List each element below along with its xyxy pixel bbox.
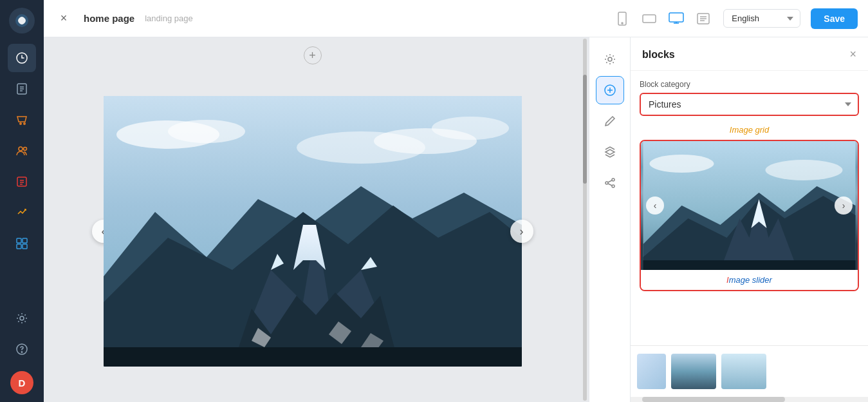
- list-device-icon[interactable]: [694, 9, 713, 28]
- sidebar: D: [0, 0, 44, 402]
- block-card-nav-right[interactable]: ›: [835, 196, 853, 215]
- blocks-header: blocks ×: [631, 37, 868, 71]
- canvas-scrollbar[interactable]: [581, 37, 589, 402]
- svg-point-48: [608, 57, 612, 61]
- language-select[interactable]: English French German Spanish: [723, 9, 800, 28]
- block-card-image: ‹ ›: [641, 141, 858, 270]
- user-avatar[interactable]: D: [10, 371, 33, 394]
- svg-point-18: [20, 316, 24, 320]
- tools-panel: [589, 37, 630, 402]
- svg-point-52: [612, 178, 614, 181]
- svg-rect-64: [643, 260, 856, 270]
- svg-rect-15: [23, 238, 27, 243]
- blocks-body: Block category Pictures Hero Gallery Vid…: [631, 71, 868, 345]
- blocks-horizontal-scrollbar[interactable]: [631, 397, 868, 402]
- svg-point-20: [21, 352, 22, 352]
- settings-tool-icon[interactable]: [596, 45, 624, 73]
- sidebar-item-dashboard[interactable]: [8, 44, 36, 72]
- layers-tool-icon[interactable]: [596, 138, 624, 166]
- canvas-image-wrapper: ‹: [104, 96, 522, 367]
- svg-point-58: [650, 155, 714, 173]
- sidebar-item-design[interactable]: [8, 229, 36, 258]
- page-subtitle: landing page: [145, 14, 192, 23]
- svg-rect-23: [643, 15, 656, 23]
- canvas-area: + ‹: [44, 37, 581, 402]
- share-tool-icon[interactable]: [596, 169, 624, 197]
- svg-line-55: [608, 180, 612, 182]
- sidebar-item-shop[interactable]: [8, 106, 36, 134]
- svg-point-9: [24, 148, 27, 151]
- sidebar-item-users[interactable]: [8, 137, 36, 165]
- save-button[interactable]: Save: [811, 8, 858, 29]
- sidebar-item-forms[interactable]: [8, 168, 36, 196]
- image-slider-block-card[interactable]: ‹ › Image slider: [640, 140, 859, 291]
- blocks-close-button[interactable]: ×: [849, 48, 856, 61]
- svg-rect-17: [23, 244, 27, 249]
- block-card-label: Image slider: [641, 270, 858, 290]
- svg-point-33: [168, 120, 245, 143]
- svg-rect-10: [17, 177, 26, 186]
- close-button[interactable]: ×: [54, 9, 73, 28]
- svg-point-36: [432, 117, 509, 140]
- thumb-item-1[interactable]: [637, 354, 666, 389]
- sidebar-item-settings[interactable]: [8, 304, 36, 332]
- svg-point-53: [605, 182, 608, 184]
- add-block-tool-icon[interactable]: [596, 76, 624, 104]
- blocks-title: blocks: [642, 49, 675, 61]
- desktop-device-icon[interactable]: [667, 9, 686, 28]
- svg-rect-24: [669, 13, 683, 22]
- block-category-label: Block category: [640, 80, 859, 89]
- edit-tool-icon[interactable]: [596, 107, 624, 135]
- svg-rect-14: [17, 238, 21, 243]
- blocks-bottom-strip: [631, 345, 868, 397]
- block-category-select[interactable]: Pictures Hero Gallery Video Text CTA: [640, 93, 859, 116]
- add-section-button[interactable]: +: [304, 46, 322, 64]
- main-area: × home page landing page: [44, 0, 868, 402]
- canvas-nav-right[interactable]: ›: [510, 220, 533, 243]
- blocks-hscroll-thumb: [642, 397, 784, 402]
- svg-point-22: [622, 23, 623, 24]
- svg-line-56: [608, 184, 612, 186]
- content-row: + ‹: [44, 37, 868, 402]
- canvas-content: ‹: [44, 71, 581, 402]
- scrollbar-thumb: [583, 75, 587, 184]
- tablet-device-icon[interactable]: [640, 9, 659, 28]
- blocks-panel: blocks × Block category Pictures Hero Ga…: [630, 37, 868, 402]
- mobile-device-icon[interactable]: [613, 9, 632, 28]
- svg-point-7: [24, 123, 25, 124]
- svg-rect-47: [104, 347, 522, 367]
- svg-rect-16: [17, 244, 21, 249]
- add-section-row: +: [44, 37, 581, 71]
- topbar: × home page landing page: [44, 0, 868, 37]
- scrollbar-track: [583, 39, 587, 401]
- thumb-item-3[interactable]: [721, 354, 766, 389]
- device-icons: [613, 9, 713, 28]
- svg-point-8: [19, 147, 23, 151]
- svg-point-59: [766, 160, 843, 180]
- sidebar-item-marketing[interactable]: [8, 198, 36, 227]
- svg-point-54: [612, 185, 614, 187]
- sidebar-item-help[interactable]: [8, 335, 36, 363]
- canvas-image: [104, 96, 522, 367]
- sidebar-item-pages[interactable]: [8, 75, 36, 103]
- thumb-item-2[interactable]: [671, 354, 716, 389]
- svg-point-6: [20, 123, 21, 124]
- app-logo[interactable]: [9, 8, 35, 34]
- block-card-nav-left[interactable]: ‹: [646, 196, 664, 215]
- block-section-title: Image grid: [640, 125, 859, 135]
- page-title: home page: [84, 13, 134, 24]
